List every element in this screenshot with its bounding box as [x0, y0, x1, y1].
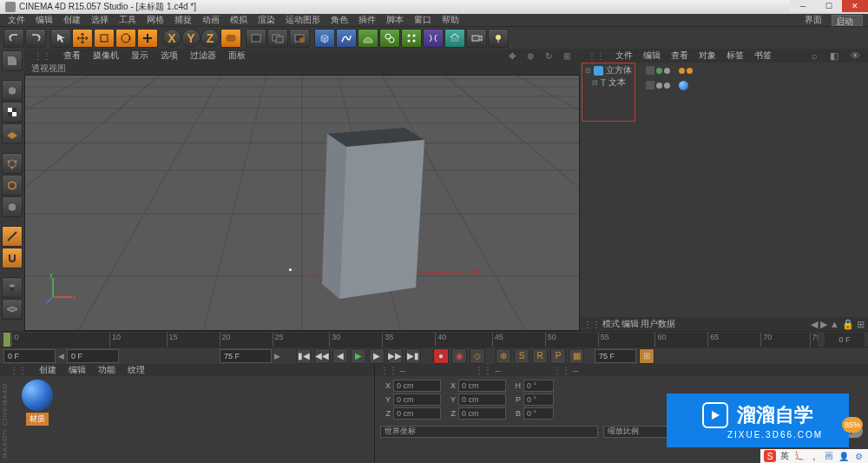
pla-key-button[interactable]: ▦ [569, 348, 584, 364]
scale-key-button[interactable]: S [514, 348, 529, 364]
model-mode-button[interactable] [2, 80, 23, 101]
attr-menu-edit[interactable]: 编辑 [621, 318, 639, 330]
menu-simulate[interactable]: 模拟 [226, 14, 252, 26]
spline-button[interactable] [336, 29, 357, 48]
scale-tool[interactable] [94, 29, 115, 48]
view-menu-view[interactable]: 查看 [59, 50, 85, 62]
object-list[interactable]: ⊟ 立方体 ⊟ T 文本 [580, 63, 868, 106]
texture-mode-button[interactable] [2, 102, 23, 122]
lock-icon[interactable]: 🔒 [842, 319, 854, 330]
nurbs-button[interactable] [358, 29, 378, 48]
render-view-button[interactable] [246, 29, 266, 48]
coord-mode-select[interactable]: 世界坐标 [380, 426, 598, 438]
menu-icon[interactable]: ⊞ [857, 319, 865, 330]
menu-window[interactable]: 窗口 [410, 14, 436, 26]
timeline-ruler[interactable]: 0 10 15 20 25 30 35 40 45 50 55 60 65 70… [3, 333, 818, 347]
filter-icon[interactable]: ◧ [825, 50, 843, 62]
mat-menu-edit[interactable]: 编辑 [64, 364, 90, 376]
size-z-field[interactable]: 0 cm [458, 407, 506, 420]
psr-tool[interactable] [137, 29, 158, 48]
environment-button[interactable] [444, 29, 465, 48]
ime-icon[interactable]: S [764, 450, 776, 462]
axis-button[interactable] [2, 226, 23, 247]
view-rotate-icon[interactable]: ↻ [541, 51, 556, 61]
record-button[interactable]: ● [433, 348, 449, 364]
rotate-tool[interactable] [115, 29, 136, 48]
prev-key-button[interactable]: ◀◀ [314, 348, 330, 364]
param-key-button[interactable]: P [550, 348, 566, 364]
rot-b-field[interactable]: 0 ° [523, 407, 554, 420]
render-dot[interactable] [664, 83, 670, 89]
play-button[interactable]: ▶ [351, 348, 366, 364]
size-x-field[interactable]: 0 cm [458, 380, 506, 392]
autokey-button[interactable]: ◉ [451, 348, 467, 364]
current-frame-field[interactable]: 0 F [3, 349, 56, 363]
generator-button[interactable] [379, 29, 400, 48]
next-frame-button[interactable]: ▶ [369, 348, 385, 364]
rot-p-field[interactable]: 0 ° [523, 394, 554, 406]
mat-menu-create[interactable]: 创建 [35, 364, 61, 376]
window-minimize-button[interactable]: ─ [790, 0, 816, 12]
view-nav-icon[interactable]: ✥ [504, 51, 520, 61]
next-key-button[interactable]: ▶▶ [387, 348, 403, 364]
coord-system-button[interactable] [220, 29, 241, 48]
goto-start-button[interactable]: ▮◀ [296, 348, 312, 364]
menu-render[interactable]: 渲染 [253, 14, 279, 26]
visibility-dot[interactable] [656, 83, 662, 89]
snap-button[interactable] [2, 248, 23, 268]
menu-mesh[interactable]: 网格 [142, 14, 168, 26]
polygon-mode-button[interactable] [2, 196, 23, 217]
window-close-button[interactable]: ✕ [842, 0, 868, 12]
layer-swatch[interactable] [646, 81, 654, 89]
attr-menu-userdata[interactable]: 用户数据 [641, 318, 675, 330]
menu-plugins[interactable]: 插件 [354, 14, 380, 26]
redo-button[interactable] [25, 29, 46, 48]
pos-x-field[interactable]: 0 cm [393, 380, 441, 392]
obj-menu-view[interactable]: 查看 [667, 50, 693, 62]
menu-snap[interactable]: 捕捉 [170, 14, 196, 26]
menu-file[interactable]: 文件 [3, 14, 30, 26]
max-frame-field[interactable]: 75 F [595, 349, 636, 363]
make-editable-button[interactable] [2, 50, 23, 71]
menu-character[interactable]: 角色 [326, 14, 352, 26]
render-picture-button[interactable] [267, 29, 288, 48]
start-frame-field[interactable]: 0 F [67, 349, 119, 363]
layer-swatch[interactable] [646, 66, 654, 75]
deformer-button[interactable] [423, 29, 444, 48]
layout-select[interactable]: 启动 [832, 15, 863, 26]
camera-button[interactable] [466, 29, 487, 48]
size-y-field[interactable]: 0 cm [458, 394, 506, 406]
timeline-end-field[interactable]: 0 F [825, 333, 865, 347]
window-maximize-button[interactable]: ☐ [816, 0, 842, 12]
mat-menu-function[interactable]: 功能 [94, 364, 120, 376]
mat-menu-texture[interactable]: 纹理 [123, 364, 149, 376]
pos-y-field[interactable]: 0 cm [393, 394, 441, 406]
timeline-cursor[interactable] [3, 333, 10, 347]
pos-key-button[interactable]: ⊕ [496, 348, 511, 364]
end-frame-field[interactable]: 75 F [220, 349, 272, 363]
menu-mograph[interactable]: 运动图形 [281, 14, 325, 26]
keyframe-button[interactable]: ◇ [470, 348, 485, 364]
material-tag-icon[interactable] [679, 81, 688, 90]
y-axis-toggle[interactable]: Y [181, 29, 201, 48]
cube-primitive-button[interactable] [314, 29, 335, 48]
obj-menu-tags[interactable]: 标签 [722, 50, 748, 62]
view-menu-display[interactable]: 显示 [127, 50, 153, 62]
material-item[interactable]: 材质 [19, 380, 56, 426]
edge-mode-button[interactable] [2, 175, 23, 195]
visibility-dot[interactable] [656, 68, 662, 74]
z-axis-toggle[interactable]: Z [201, 29, 220, 48]
pos-z-field[interactable]: 0 cm [393, 407, 441, 420]
obj-menu-bookmarks[interactable]: 书签 [750, 50, 776, 62]
workplane-button[interactable] [2, 123, 23, 144]
viewport-3d[interactable]: y x [24, 75, 580, 331]
obj-menu-file[interactable]: 文件 [611, 50, 637, 62]
prev-frame-button[interactable]: ◀ [332, 348, 348, 364]
ime-settings-icon[interactable]: ⚙ [852, 450, 865, 462]
x-axis-toggle[interactable]: X [162, 29, 181, 48]
select-tool[interactable] [50, 29, 71, 48]
menu-help[interactable]: 帮助 [437, 14, 464, 26]
array-button[interactable] [401, 29, 422, 48]
attr-menu-mode[interactable]: 模式 [602, 318, 620, 330]
view-menu-panel[interactable]: 面板 [224, 50, 250, 62]
